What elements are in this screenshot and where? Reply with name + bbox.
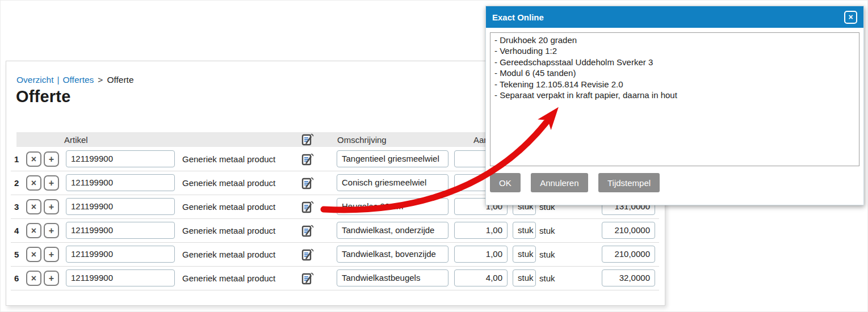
edit-note-icon[interactable] [301, 133, 315, 146]
delete-row-button[interactable]: × [26, 247, 41, 262]
omschrijving-input[interactable]: Tandwielkast, bovenzijde [337, 246, 448, 263]
table-row: 6 × + 121199900 Generiek metaal product … [11, 267, 659, 290]
dialog-title: Exact Online [492, 12, 544, 22]
row-number: 3 [14, 202, 19, 212]
omschrijving-input[interactable]: Heugelas 30 cm [337, 198, 448, 215]
exact-online-dialog: Exact Online × - Drukhoek 20 graden - Ve… [485, 6, 864, 205]
annuleren-button[interactable]: Annuleren [531, 173, 588, 192]
dialog-body: - Drukhoek 20 graden - Verhouding 1:2 - … [486, 28, 863, 197]
add-row-button[interactable]: + [44, 175, 59, 191]
breadcrumb-link-overzicht[interactable]: Overzicht [16, 75, 53, 85]
aantal-input[interactable]: 1,00 [454, 222, 508, 239]
add-icon: + [49, 155, 54, 164]
prijs-input[interactable]: 32,0000 [602, 269, 655, 286]
delete-icon: × [31, 274, 36, 283]
edit-note-icon[interactable] [301, 200, 315, 214]
breadcrumb-separator: | [57, 75, 59, 85]
edit-note-icon[interactable] [301, 153, 315, 166]
breadcrumb: Overzicht|Offertes>Offerte [16, 75, 134, 85]
edit-note-icon[interactable] [301, 224, 315, 238]
add-icon: + [49, 203, 54, 212]
add-row-button[interactable]: + [44, 151, 59, 167]
delete-row-button[interactable]: × [26, 151, 41, 167]
delete-row-button[interactable]: × [26, 271, 41, 286]
eenheid-input[interactable]: stuk [513, 222, 536, 239]
delete-row-button[interactable]: × [26, 199, 41, 214]
delete-icon: × [31, 155, 36, 164]
add-icon: + [49, 179, 54, 188]
add-icon: + [49, 250, 54, 259]
prijs-input[interactable]: 210,0000 [602, 246, 655, 263]
aantal-input[interactable]: 4,00 [454, 269, 508, 286]
add-row-button[interactable]: + [44, 271, 59, 286]
edit-note-icon[interactable] [301, 272, 315, 285]
aantal-input[interactable]: 1,00 [454, 246, 508, 263]
artikel-input[interactable]: 121199900 [66, 269, 175, 286]
dialog-buttons: OK Annuleren Tijdstempel [490, 173, 859, 192]
dialog-titlebar: Exact Online × [486, 6, 863, 28]
prijs-input[interactable]: 210,0000 [602, 222, 655, 239]
artikel-input[interactable]: 121199900 [66, 174, 175, 191]
delete-row-button[interactable]: × [26, 223, 41, 238]
artikel-description: Generiek metaal product [182, 250, 275, 259]
artikel-input[interactable]: 121199900 [66, 222, 175, 239]
artikel-input[interactable]: 121199900 [66, 198, 175, 215]
artikel-input[interactable]: 121199900 [66, 150, 175, 167]
edit-note-icon[interactable] [301, 248, 315, 262]
row-number: 1 [14, 154, 19, 164]
omschrijving-input[interactable]: Tandwielkastbeugels [337, 269, 448, 286]
omschrijving-input[interactable]: Tandwielkast, onderzijde [337, 222, 448, 239]
delete-row-button[interactable]: × [26, 175, 41, 191]
ok-button[interactable]: OK [490, 173, 521, 192]
artikel-description: Generiek metaal product [182, 178, 275, 188]
row-number: 5 [14, 250, 19, 259]
delete-icon: × [31, 203, 36, 212]
breadcrumb-chevron: > [98, 75, 103, 85]
screen: Overzicht|Offertes>Offerte Offerte Artik… [0, 0, 868, 312]
page-title: Offerte [16, 87, 70, 106]
close-icon: × [848, 13, 853, 21]
eenheid-input[interactable]: stuk [513, 246, 536, 263]
table-row: 5 × + 121199900 Generiek metaal product … [11, 243, 659, 267]
column-header-omschrijving: Omschrijving [337, 135, 387, 145]
eenheid-input[interactable]: stuk [513, 269, 536, 286]
artikel-description: Generiek metaal product [182, 226, 275, 235]
note-textarea[interactable]: - Drukhoek 20 graden - Verhouding 1:2 - … [490, 32, 859, 166]
artikel-input[interactable]: 121199900 [66, 246, 175, 263]
add-row-button[interactable]: + [44, 199, 59, 214]
edit-note-icon[interactable] [301, 176, 315, 190]
add-row-button[interactable]: + [44, 247, 59, 262]
add-icon: + [49, 274, 54, 283]
table-row: 4 × + 121199900 Generiek metaal product … [11, 219, 659, 243]
add-row-button[interactable]: + [44, 223, 59, 238]
delete-icon: × [31, 226, 36, 235]
eenheid-label: stuk [539, 273, 555, 283]
delete-icon: × [31, 179, 36, 188]
delete-icon: × [31, 250, 36, 259]
artikel-description: Generiek metaal product [182, 273, 275, 283]
breadcrumb-current: Offerte [107, 75, 133, 85]
omschrijving-input[interactable]: Conisch griesmeelwiel [337, 174, 448, 191]
tijdstempel-button[interactable]: Tijdstempel [598, 173, 660, 192]
eenheid-label: stuk [539, 226, 555, 235]
close-button[interactable]: × [844, 11, 857, 24]
breadcrumb-link-offertes[interactable]: Offertes [63, 75, 94, 85]
add-icon: + [49, 226, 54, 235]
artikel-description: Generiek metaal product [182, 202, 275, 212]
row-number: 2 [14, 178, 19, 188]
eenheid-label: stuk [539, 250, 555, 259]
row-number: 4 [14, 226, 19, 235]
column-header-artikel: Artikel [64, 135, 88, 145]
omschrijving-input[interactable]: Tangentieel griesmeelwiel [337, 150, 448, 167]
row-number: 6 [14, 273, 19, 283]
artikel-description: Generiek metaal product [182, 154, 275, 164]
